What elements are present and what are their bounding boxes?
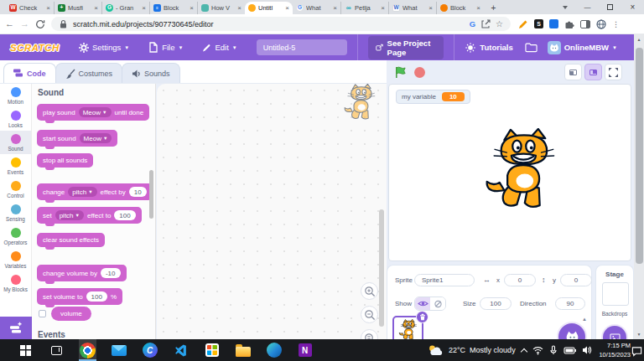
- code-workspace[interactable]: [157, 84, 387, 339]
- tab-code[interactable]: Code: [3, 63, 56, 83]
- taskbar-canva-button[interactable]: C: [141, 339, 158, 361]
- share-icon[interactable]: [480, 19, 491, 28]
- category-sound[interactable]: Sound: [0, 131, 31, 154]
- taskbar-weather-widget[interactable]: 22°C Mostly cloudy: [428, 339, 516, 361]
- account-menu[interactable]: OnlineMBW ▼: [548, 41, 617, 54]
- taskbar-explorer-button[interactable]: [234, 339, 252, 361]
- scroll-down-icon[interactable]: ▼: [634, 332, 644, 337]
- block-number-input[interactable]: 100: [86, 291, 107, 302]
- hide-sprite-button[interactable]: [430, 297, 445, 310]
- category-variables[interactable]: Variables: [0, 248, 31, 271]
- scratch-logo[interactable]: SCRATCH: [10, 43, 60, 53]
- project-name-input[interactable]: [257, 39, 347, 55]
- page-scrollbar[interactable]: ▲ ▼: [634, 34, 644, 339]
- minimize-button[interactable]: —: [576, 0, 599, 14]
- tab-search-chevron-icon[interactable]: [553, 0, 576, 14]
- block-dropdown[interactable]: pitch▼: [68, 187, 96, 197]
- block-number-input[interactable]: 10: [129, 187, 147, 197]
- direction-input[interactable]: 90: [555, 297, 585, 310]
- category-control[interactable]: Control: [0, 178, 31, 201]
- tab-close-icon[interactable]: ×: [476, 5, 480, 12]
- back-icon[interactable]: ←: [5, 19, 14, 28]
- pencil-extension-icon[interactable]: [518, 19, 528, 29]
- browser-tab[interactable]: Untitl×: [245, 2, 293, 14]
- reload-icon[interactable]: [35, 19, 45, 29]
- see-project-page-button[interactable]: See Project Page: [368, 36, 444, 59]
- add-backdrop-button[interactable]: [603, 326, 626, 339]
- tab-close-icon[interactable]: ×: [381, 5, 385, 12]
- category-sensing[interactable]: Sensing: [0, 201, 31, 224]
- browser-tab[interactable]: ≡Block×: [149, 2, 197, 14]
- taskbar-mail-button[interactable]: [110, 339, 127, 361]
- tab-close-icon[interactable]: ×: [333, 5, 337, 12]
- fullscreen-button[interactable]: [605, 64, 622, 80]
- close-button[interactable]: ×: [621, 0, 644, 14]
- sound-stack-block[interactable]: clear sound effects: [37, 233, 105, 247]
- x-input[interactable]: 0: [504, 274, 536, 286]
- s-extension-icon[interactable]: S: [534, 19, 543, 28]
- battery-icon[interactable]: [564, 346, 576, 355]
- taskbar-chrome-button[interactable]: [79, 339, 96, 361]
- browser-tab[interactable]: WWhat×: [388, 2, 436, 14]
- tutorials-button[interactable]: Tutorials: [454, 34, 524, 60]
- side-panel-icon[interactable]: [580, 20, 590, 28]
- browser-tab[interactable]: WCheck×: [6, 2, 54, 14]
- microphone-icon[interactable]: [549, 345, 558, 355]
- sound-stack-block[interactable]: setpitch▼effect to100: [37, 207, 142, 224]
- bookmark-star-icon[interactable]: ☆: [496, 19, 503, 28]
- browser-tab[interactable]: GWhat×: [293, 2, 340, 14]
- delete-sprite-button[interactable]: [416, 311, 428, 323]
- wifi-icon[interactable]: [532, 346, 543, 355]
- sound-stack-block[interactable]: stop all sounds: [37, 153, 93, 168]
- new-tab-button[interactable]: +: [487, 2, 500, 14]
- tab-costumes[interactable]: Costumes: [55, 63, 123, 83]
- sprite-thumbnail-selected[interactable]: [392, 316, 423, 339]
- file-menu[interactable]: File ▼: [138, 34, 192, 60]
- block-number-input[interactable]: 100: [114, 210, 135, 220]
- sound-stack-block[interactable]: change volume by-10: [37, 265, 127, 281]
- size-input[interactable]: 100: [480, 297, 512, 310]
- taskbar-clock[interactable]: 7:15 PM 10/15/2023: [599, 342, 631, 360]
- category-events[interactable]: Events: [0, 154, 31, 178]
- scrollbar-thumb[interactable]: [636, 48, 643, 264]
- block-number-input[interactable]: -10: [101, 268, 121, 278]
- taskbar-store-button[interactable]: [203, 339, 221, 361]
- sprite-list-scroll-up-icon[interactable]: ▲: [582, 317, 587, 322]
- add-extension-button[interactable]: [0, 317, 32, 339]
- taskbar-vscode-button[interactable]: [172, 339, 190, 361]
- maximize-button[interactable]: [599, 0, 621, 14]
- show-sprite-button[interactable]: [415, 297, 430, 310]
- tab-close-icon[interactable]: ×: [428, 5, 433, 12]
- tab-sounds[interactable]: Sounds: [122, 63, 180, 83]
- url-bar[interactable]: scratch.mit.edu/projects/907730645/edito…: [51, 17, 511, 31]
- category-looks[interactable]: Looks: [0, 107, 31, 131]
- taskbar-start-button[interactable]: [17, 339, 34, 361]
- speaker-icon[interactable]: [582, 345, 592, 355]
- category-my-blocks[interactable]: My Blocks: [0, 271, 31, 295]
- small-stage-button[interactable]: [564, 64, 582, 80]
- tab-close-icon[interactable]: ×: [94, 5, 98, 12]
- backdrop-thumbnail[interactable]: [602, 282, 629, 306]
- taskbar-edge-button[interactable]: [265, 339, 283, 361]
- browser-tab[interactable]: Block×: [436, 2, 484, 14]
- palette-scrollbar[interactable]: [149, 170, 153, 219]
- category-operators[interactable]: Operators: [0, 224, 31, 248]
- zoom-out-button[interactable]: [361, 306, 378, 323]
- y-input[interactable]: 0: [560, 274, 592, 286]
- stage[interactable]: my variable 10: [388, 84, 631, 261]
- tab-close-icon[interactable]: ×: [190, 5, 194, 12]
- forward-icon[interactable]: →: [20, 19, 29, 28]
- tab-close-icon[interactable]: ×: [46, 5, 50, 12]
- tab-close-icon[interactable]: ×: [142, 5, 146, 12]
- sound-stack-block[interactable]: start soundMeow▼: [37, 130, 117, 147]
- sound-stack-block[interactable]: play soundMeow▼until done: [37, 104, 149, 121]
- stop-button[interactable]: [414, 67, 425, 78]
- taskbar-onenote-button[interactable]: N: [296, 339, 314, 361]
- browser-menu-icon[interactable]: ⋮: [612, 20, 620, 28]
- browser-tab[interactable]: +Musfi×: [54, 2, 101, 14]
- browser-tab[interactable]: How V×: [197, 2, 245, 14]
- globe-profile-icon[interactable]: [596, 19, 606, 29]
- google-icon[interactable]: G: [470, 19, 475, 28]
- large-stage-button[interactable]: [584, 64, 602, 80]
- hidden-icons-chevron-icon[interactable]: [521, 348, 527, 354]
